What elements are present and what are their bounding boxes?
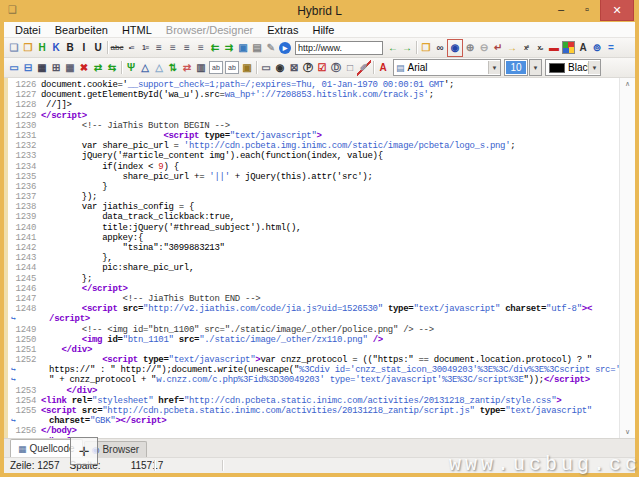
frame-split-icon[interactable]: ⊟ <box>21 60 35 76</box>
code-line[interactable]: 1249 <!-- <img id="btn_1100" src="./stat… <box>8 325 619 335</box>
maximize-button[interactable]: ▫ <box>574 0 600 18</box>
hyperlink-globe-icon[interactable]: ⊚ <box>590 40 604 56</box>
table-icon[interactable]: ▦ <box>35 60 49 76</box>
textarea-icon[interactable]: ab <box>225 61 239 74</box>
forward-icon[interactable]: → <box>400 40 414 56</box>
code-line[interactable]: 1237 }); <box>8 192 619 202</box>
open-folder-icon[interactable]: ❐ <box>21 40 35 56</box>
code-line[interactable]: 1228 //]]> <box>8 100 619 110</box>
menu-html[interactable]: HTML <box>115 24 159 36</box>
code-line[interactable]: ↪ charset="GBK"></script> <box>8 416 619 426</box>
back-icon[interactable]: ← <box>386 40 400 56</box>
align-center-icon[interactable]: ≡ <box>166 40 180 56</box>
merge-cells-icon[interactable]: ⇄ <box>91 60 105 76</box>
code-line[interactable]: 1241 appkey:{ <box>8 233 619 243</box>
code-line[interactable]: ↪ /script> <box>8 314 619 324</box>
image-icon[interactable]: ▣ <box>236 40 250 56</box>
zoom-in-icon[interactable]: ⊕ <box>463 40 477 56</box>
url-input[interactable] <box>295 41 383 55</box>
redo-swoosh-icon[interactable]: → <box>505 40 519 56</box>
font-color-icon[interactable]: A <box>376 60 390 76</box>
code-line[interactable]: 1248 <script src="http://v2.jiathis.com/… <box>8 304 619 314</box>
code-line[interactable]: 1247 <!-- JiaThis Button END --> <box>8 294 619 304</box>
button-field-icon[interactable]: ▭ <box>259 60 273 76</box>
code-line[interactable]: 1252 <script type="text/javascript">var … <box>8 355 619 365</box>
code-line[interactable]: 1255<script src="http://cdn.pcbeta.stati… <box>8 406 619 416</box>
code-line[interactable]: 1230 <!-- JiaThis Button BEGIN --> <box>8 121 619 131</box>
menu-extras[interactable]: Extras <box>260 24 305 36</box>
site-structure-icon[interactable]: △ <box>138 60 152 76</box>
split-cells-icon[interactable]: ⇆ <box>105 60 119 76</box>
binoculars-icon[interactable]: ∞ <box>433 40 447 56</box>
paragraph-p-icon[interactable]: Ⓟ <box>301 60 315 76</box>
menu-datei[interactable]: Datei <box>8 24 48 36</box>
text-field-icon[interactable]: ab <box>209 61 223 74</box>
vertical-scrollbar[interactable]: ∧ ∨ <box>619 78 635 438</box>
preview-play-icon[interactable]: ▶ <box>279 42 291 54</box>
font-family-select[interactable]: ▤ Arial ▼ <box>393 59 501 76</box>
checked-box-icon[interactable]: ☑ <box>315 60 329 76</box>
code-line[interactable]: 1251 </div> <box>8 345 619 355</box>
code-line[interactable]: 1244 pic:share_pic_url, <box>8 263 619 273</box>
bookmark-k-icon[interactable]: K <box>49 40 63 56</box>
text-color-select[interactable]: Black ▼ <box>545 59 601 76</box>
minimize-button[interactable]: – <box>548 0 574 18</box>
blue-lines-icon[interactable]: = <box>604 40 618 56</box>
code-line[interactable]: ↪ " + cnzz_protocol + "w.cnzz.com/c.php%… <box>8 375 619 385</box>
anchor-icon[interactable]: Ψ <box>124 60 138 76</box>
pencil-icon[interactable]: ✎ <box>264 40 278 56</box>
font-size-select[interactable]: 10 <box>504 59 528 76</box>
windows-colors-icon[interactable] <box>562 41 575 54</box>
superscript-icon[interactable]: x² <box>519 40 533 56</box>
code-line[interactable]: 1234 if(index < 9) { <box>8 162 619 172</box>
save-icon[interactable]: H <box>35 40 49 56</box>
code-line[interactable]: 1232 var share_pic_url = 'http://cdn.pcb… <box>8 141 619 151</box>
code-line[interactable]: 1239 data_track_clickback:true, <box>8 212 619 222</box>
code-area[interactable]: 1226document.cookie='__support_check=1;p… <box>8 78 619 438</box>
code-line[interactable]: 1227document.getElementById('wa_u').src=… <box>8 90 619 100</box>
code-line[interactable]: 1238 var jiathis_config = { <box>8 202 619 212</box>
tag-d-icon[interactable]: Ⓓ <box>329 60 343 76</box>
code-line[interactable]: 1240 title:jQuery('#thread_subject').htm… <box>8 223 619 233</box>
favorites-folder-icon[interactable]: ❐ <box>419 40 433 56</box>
empty-box-icon[interactable]: □ <box>343 60 357 76</box>
bullet-list-icon[interactable]: •≡ <box>124 40 138 56</box>
code-line[interactable]: 1231 <script type="text/javascript"> <box>8 131 619 141</box>
no-edit-icon[interactable]: ✐ <box>357 60 371 76</box>
align-justify-icon[interactable]: ≡ <box>194 40 208 56</box>
indent-icon[interactable]: ⇉ <box>222 40 236 56</box>
code-line[interactable]: 1233 jQuery('#article_content img').each… <box>8 151 619 161</box>
menu-bearbeiten[interactable]: Bearbeiten <box>48 24 115 36</box>
bold-icon[interactable]: B <box>63 40 77 56</box>
code-line[interactable]: 1235 share_pic_url += '||' + jQuery(this… <box>8 172 619 182</box>
strikethrough-icon[interactable]: abc <box>110 40 124 56</box>
table-delete-icon[interactable]: ✖ <box>77 60 91 76</box>
scroll-down-icon[interactable]: ∨ <box>625 426 630 438</box>
globe-shield-icon[interactable]: ◉ <box>447 39 463 57</box>
numbered-list-icon[interactable]: 1≡ <box>138 40 152 56</box>
chevron-down-icon[interactable]: ▼ <box>529 59 542 76</box>
underline-icon[interactable]: U <box>91 40 105 56</box>
code-line[interactable]: 1229</script> <box>8 111 619 121</box>
code-line[interactable]: 1254<link rel="stylesheet" href="http://… <box>8 396 619 406</box>
title-bar[interactable]: ❑ Hybrid L – ▫ ✕ <box>0 0 639 22</box>
align-right-icon[interactable]: ≡ <box>180 40 194 56</box>
code-line[interactable]: 1256</body> <box>8 426 619 436</box>
new-file-icon[interactable]: ❏ <box>7 40 21 56</box>
subscript-icon[interactable]: x₂ <box>533 40 547 56</box>
frame-icon[interactable]: ▭ <box>7 60 21 76</box>
swap-horizontal-icon[interactable]: ⇄ <box>180 60 194 76</box>
code-line[interactable]: ↪ https://" : " http://");document.write… <box>8 365 619 375</box>
code-line[interactable]: 1253 </div> <box>8 386 619 396</box>
document-icon[interactable]: ▤ <box>250 40 264 56</box>
table-row-icon[interactable]: ⊞ <box>49 60 63 76</box>
scroll-up-icon[interactable]: ∧ <box>625 78 630 90</box>
code-line[interactable]: 1250 <img id="btn_1101" src="./static/im… <box>8 335 619 345</box>
table-grid-icon[interactable]: ▦ <box>63 60 77 76</box>
close-button[interactable]: ✕ <box>600 0 634 21</box>
font-icon[interactable]: A <box>576 40 590 56</box>
radio-button-icon[interactable]: ◉ <box>273 60 287 76</box>
layout-icon[interactable]: ▥ <box>194 60 208 76</box>
italic-icon[interactable]: I <box>77 40 91 56</box>
horizontal-rule-icon[interactable]: ▬ <box>547 40 561 56</box>
